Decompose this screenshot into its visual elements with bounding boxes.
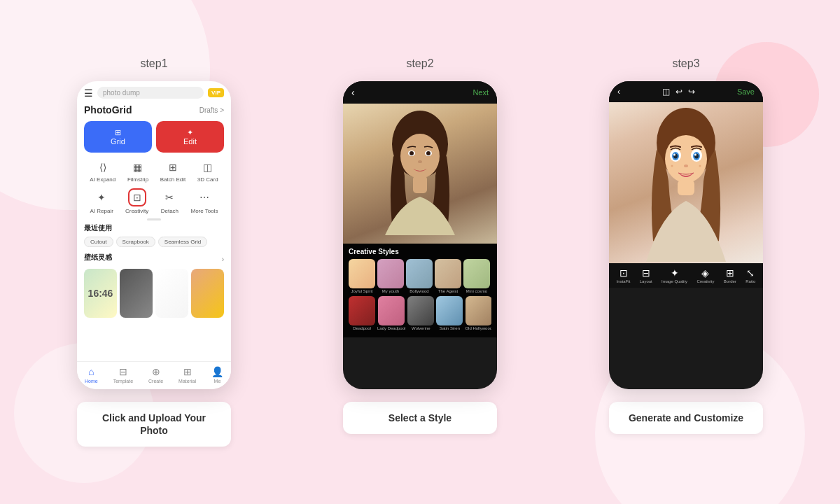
phone2-next-button[interactable]: Next	[472, 88, 489, 97]
tool-filmstrip[interactable]: ▦ Filmstrip	[127, 160, 148, 183]
style-label-2: Bollywood	[410, 289, 428, 293]
edit-button[interactable]: ✦ Edit	[156, 121, 224, 153]
style-item-9[interactable]: Old Hollywood	[465, 296, 491, 330]
btool-instafit[interactable]: ⊡ InstaFit	[617, 267, 631, 284]
style-thumbs-row2: Deadpool Lady Deadpool Wolverine Sa	[349, 296, 491, 330]
home-icon: ⌂	[88, 366, 94, 377]
nav-template[interactable]: ⊟ Template	[113, 366, 133, 384]
btool-layout[interactable]: ⊟ Layout	[640, 267, 652, 284]
btool-image-quality[interactable]: ✦ Image Quality	[662, 267, 687, 284]
style-label-5: Deadpool	[353, 326, 371, 330]
style-item-7[interactable]: Wolverine	[407, 296, 434, 330]
style-label-6: Lady Deadpool	[377, 326, 405, 330]
steps-row: step1 ☰ photo dump VIP PhotoGrid Drafts	[0, 57, 840, 447]
step3-column: step3 ‹ ◫ ↩ ↪ Save	[567, 57, 805, 434]
btool-creativity[interactable]: ◈ Creativity	[696, 267, 714, 284]
style-label-8: Satin Siren	[440, 326, 460, 330]
ai-expand-icon: ⟨⟩	[95, 160, 111, 175]
recent-title: 最近使用	[84, 223, 224, 233]
svg-rect-2	[413, 176, 427, 193]
style-item-5[interactable]: Deadpool	[349, 296, 375, 330]
hamburger-icon[interactable]: ☰	[84, 88, 93, 99]
detach-icon: ✂	[160, 188, 178, 206]
wallpaper-time: 16:46	[84, 269, 117, 318]
nav-material[interactable]: ⊞ Material	[178, 366, 196, 384]
btool-ratio[interactable]: ⤡ Ratio	[746, 267, 755, 284]
style-item-6[interactable]: Lady Deadpool	[377, 296, 405, 330]
nav-create[interactable]: ⊕ Create	[148, 366, 163, 384]
redo-icon[interactable]: ↪	[688, 87, 695, 97]
nav-me[interactable]: 👤 Me	[211, 366, 223, 384]
creativity-tool-icon: ◈	[701, 267, 709, 279]
save-button[interactable]: Save	[737, 88, 755, 96]
wallpaper-thumb-3[interactable]	[155, 269, 188, 318]
divider	[147, 218, 161, 220]
step1-caption-box: Click and Upload Your Photo	[77, 402, 231, 447]
style-label-0: Joyful Spirit	[351, 289, 372, 293]
tool-batch-edit[interactable]: ⊞ Batch Edit	[160, 160, 186, 183]
vip-badge[interactable]: VIP	[208, 88, 224, 97]
wallpaper-title-row: 壁纸灵感 ›	[84, 253, 224, 266]
phone2-main-image	[343, 104, 497, 244]
style-item-1[interactable]: My youth	[377, 259, 404, 293]
wallpaper-more-icon[interactable]: ›	[222, 255, 224, 263]
nav-home[interactable]: ⌂ Home	[85, 366, 98, 384]
filmstrip-icon: ▦	[130, 160, 146, 175]
tool-ai-expand[interactable]: ⟨⟩ AI Expand	[90, 160, 115, 183]
svg-point-18	[694, 153, 696, 155]
style-thumb-1	[377, 259, 404, 288]
tools-row2: ✦ AI Repair ⊡ Creativity ✂ Detach ⋯	[84, 188, 224, 214]
step1-caption: Click and Upload Your Photo	[102, 412, 206, 436]
style-thumb-5	[349, 296, 375, 326]
undo-icon[interactable]: ↩	[676, 87, 682, 97]
phone2-back-button[interactable]: ‹	[351, 87, 355, 98]
step2-caption: Select a Style	[388, 412, 451, 424]
tool-creativity[interactable]: ⊡ Creativity	[125, 188, 148, 214]
wallpaper-thumb-4[interactable]	[191, 269, 224, 318]
tool-ai-repair[interactable]: ✦ AI Repair	[90, 188, 113, 214]
tool-3d-card[interactable]: ◫ 3D Card	[197, 160, 218, 183]
style-item-8[interactable]: Satin Siren	[436, 296, 463, 330]
phone3-back-button[interactable]: ‹	[617, 87, 620, 97]
wallpaper-grid: 16:46	[84, 269, 224, 318]
style-label-3: The Ageist	[438, 289, 458, 293]
ratio-icon: ⤡	[746, 267, 755, 279]
wallpaper-thumb-1[interactable]: 16:46	[84, 269, 117, 318]
wallpaper-title: 壁纸灵感	[84, 253, 112, 262]
edit-icon: ✦	[156, 128, 224, 137]
grid-button[interactable]: ⊞ Grid	[84, 121, 152, 153]
phone2-image-inner	[343, 104, 497, 244]
style-thumb-4	[463, 259, 490, 288]
tag-scrapbook[interactable]: Scrapbook	[116, 237, 155, 247]
tag-seamless[interactable]: Seamless Grid	[158, 237, 207, 247]
phone1-bottom-nav: ⌂ Home ⊟ Template ⊕ Create ⊞ Material	[77, 361, 231, 389]
phone2-mockup: ‹ Next	[343, 81, 497, 389]
style-thumbs-row1: Joyful Spirit My youth Bollywood Th	[349, 259, 491, 293]
style-label-1: My youth	[382, 289, 399, 293]
phone3-bottom-tools: ⊡ InstaFit ⊟ Layout ✦ Image Quality ◈ Cr…	[609, 263, 763, 288]
style-item-4[interactable]: Mini cosmo	[463, 259, 490, 293]
style-thumb-6	[378, 296, 405, 326]
border-icon: ⊞	[726, 267, 734, 279]
svg-point-4	[410, 151, 414, 155]
more-tools-icon: ⋯	[195, 188, 214, 206]
layers-icon[interactable]: ◫	[662, 87, 670, 97]
style-thumb-0	[349, 259, 375, 288]
wallpaper-thumb-2[interactable]	[120, 269, 153, 318]
drafts-link[interactable]: Drafts >	[200, 106, 224, 114]
tag-cutout[interactable]: Cutout	[84, 237, 113, 247]
tool-more-tools[interactable]: ⋯ More Tools	[190, 188, 218, 214]
template-icon: ⊟	[119, 366, 127, 377]
style-item-3[interactable]: The Ageist	[435, 259, 461, 293]
svg-point-19	[684, 164, 688, 167]
style-item-0[interactable]: Joyful Spirit	[349, 259, 375, 293]
phone3-image-inner	[609, 102, 763, 263]
cartoon-portrait-svg	[640, 104, 732, 262]
phone3-main-image	[609, 102, 763, 263]
style-item-2[interactable]: Bollywood	[406, 259, 433, 293]
style-thumb-9	[465, 296, 491, 326]
btool-border[interactable]: ⊞ Border	[724, 267, 736, 284]
search-input[interactable]: photo dump	[97, 87, 204, 99]
step3-label: step3	[672, 57, 699, 70]
tool-detach[interactable]: ✂ Detach	[160, 188, 178, 214]
